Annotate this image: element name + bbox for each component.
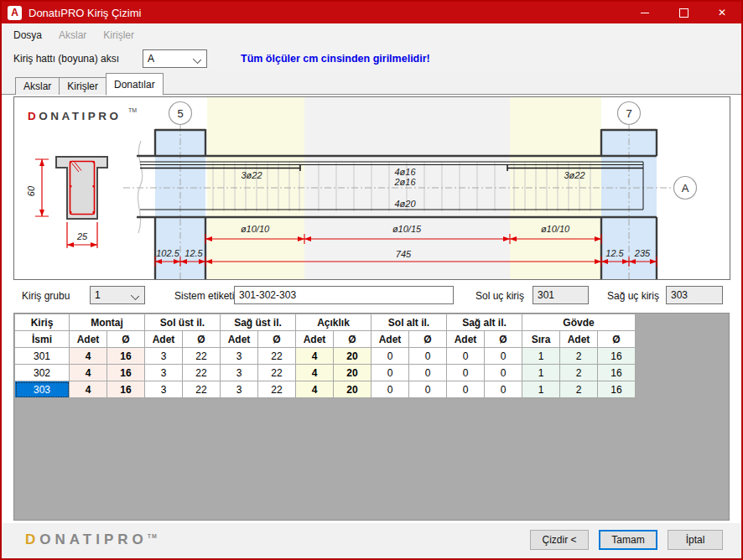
row-302-name-cell[interactable]: 302: [15, 365, 70, 381]
cell[interactable]: 3: [221, 365, 258, 381]
cell[interactable]: 4: [70, 348, 107, 365]
cizdir-button[interactable]: Çizdir <: [530, 530, 589, 550]
cell[interactable]: 0: [485, 381, 522, 398]
cell[interactable]: 0: [372, 348, 409, 365]
cell[interactable]: 0: [485, 365, 522, 381]
col-cap: Ø: [334, 331, 372, 348]
cell[interactable]: 22: [258, 365, 296, 381]
cell[interactable]: 22: [258, 381, 296, 398]
section-width-text: 25: [76, 231, 88, 241]
cell[interactable]: 3: [145, 381, 183, 398]
cell[interactable]: 22: [258, 348, 296, 365]
maximize-button[interactable]: [664, 2, 703, 23]
cell[interactable]: 0: [372, 365, 409, 381]
cell[interactable]: 3: [221, 348, 258, 365]
minimize-button[interactable]: [626, 2, 664, 23]
rebar-data-grid: Kiriş Montaj Sol üst il. Sağ üst il. Açı…: [13, 313, 730, 521]
stirrup-middle-label: ø10/15: [392, 224, 422, 234]
menu-bar: Dosya Akslar Kirişler: [2, 23, 741, 47]
cell[interactable]: 1: [522, 381, 560, 398]
tab-akslar[interactable]: Akslar: [15, 77, 60, 95]
section-height-text: 60: [26, 185, 36, 196]
window-title: DonatıPRO Kiriş Çizimi: [29, 7, 141, 19]
header-group-row: Kiriş Montaj Sol üst il. Sağ üst il. Açı…: [15, 314, 636, 331]
axis-combobox[interactable]: A: [143, 49, 207, 68]
col-adet: Adet: [221, 331, 258, 348]
table-row: 302 4 16 3 22 3 22 4 20 0 0 0 0 1 2 16: [15, 365, 636, 381]
cell[interactable]: 3: [145, 348, 183, 365]
cell[interactable]: 0: [409, 381, 447, 398]
cell[interactable]: 16: [598, 381, 636, 398]
system-label: Sistem etiketi: [174, 290, 234, 302]
col-group-aciklik: Açıklık: [296, 314, 372, 331]
cell[interactable]: 20: [334, 381, 372, 398]
cell[interactable]: 0: [409, 365, 447, 381]
cell[interactable]: 4: [296, 365, 334, 381]
cell[interactable]: 16: [598, 348, 636, 365]
row-301-name-cell[interactable]: 301: [15, 348, 70, 365]
cell[interactable]: 1: [522, 348, 560, 365]
cell[interactable]: 16: [107, 381, 145, 398]
dim-left-a: 102.5: [156, 248, 179, 258]
cell[interactable]: 4: [296, 348, 334, 365]
menu-dosya[interactable]: Dosya: [5, 25, 50, 45]
cell[interactable]: 0: [447, 348, 485, 365]
cell[interactable]: 22: [183, 365, 221, 381]
footer-logo: DONATIPROTM: [25, 531, 158, 548]
close-button[interactable]: ✕: [703, 2, 741, 23]
drawing-logo-tm: TM: [128, 107, 137, 113]
col-group-kiris: Kiriş: [15, 314, 70, 331]
cell[interactable]: 0: [447, 365, 485, 381]
group-combobox[interactable]: 1: [90, 286, 145, 304]
cell[interactable]: 1: [522, 365, 560, 381]
cell[interactable]: 0: [409, 348, 447, 365]
units-notice: Tüm ölçüler cm cinsinden girilmelidir!: [241, 53, 430, 65]
left-end-input[interactable]: 301: [533, 286, 589, 304]
menu-kirisler: Kirişler: [95, 25, 143, 45]
cell[interactable]: 3: [221, 381, 258, 398]
cell[interactable]: 4: [70, 365, 107, 381]
cell[interactable]: 16: [598, 365, 636, 381]
axis-5-bubble: 5: [177, 107, 183, 120]
cell[interactable]: 4: [70, 381, 107, 398]
close-icon: ✕: [718, 7, 726, 18]
cell[interactable]: 20: [334, 348, 372, 365]
cell[interactable]: 16: [107, 365, 145, 381]
cell[interactable]: 22: [183, 381, 221, 398]
tab-kirisler[interactable]: Kirişler: [59, 77, 107, 95]
axis-form-row: Kiriş hattı (boyuna) aksı A Tüm ölçüler …: [2, 47, 741, 71]
row-303-name-cell-selected[interactable]: 303: [15, 381, 70, 398]
tamam-button[interactable]: Tamam: [599, 530, 657, 550]
span-bottom-bars-label: 4ø20: [394, 199, 416, 209]
col-adet: Adet: [70, 331, 107, 348]
stirrup-right-label: ø10/10: [541, 224, 570, 234]
dim-right-a: 12.5: [605, 248, 624, 258]
govde-bars-label: 2ø16: [393, 177, 416, 187]
cell[interactable]: 2: [560, 348, 598, 365]
cell[interactable]: 16: [107, 348, 145, 365]
col-group-sol-alt: Sol alt il.: [372, 314, 447, 331]
dim-left-b: 12.5: [184, 248, 203, 258]
cell[interactable]: 3: [145, 365, 183, 381]
cell[interactable]: 2: [560, 365, 598, 381]
cell[interactable]: 20: [334, 365, 372, 381]
chevron-down-icon: [131, 292, 139, 300]
cell[interactable]: 0: [372, 381, 409, 398]
right-end-label: Sağ uç kiriş: [607, 290, 659, 302]
iptal-button[interactable]: İptal: [668, 530, 723, 550]
cell[interactable]: 22: [183, 348, 221, 365]
window-controls: ✕: [626, 2, 741, 23]
tab-donatilar[interactable]: Donatılar: [106, 73, 164, 96]
app-icon: A: [8, 6, 22, 20]
cell[interactable]: 4: [296, 381, 334, 398]
cell[interactable]: 2: [560, 381, 598, 398]
header-sub-row: İsmi Adet Ø Adet Ø Adet Ø Adet Ø Adet Ø …: [15, 331, 636, 348]
cell[interactable]: 0: [485, 348, 522, 365]
dim-right-b: 235: [634, 248, 651, 258]
right-end-input[interactable]: 303: [666, 286, 723, 304]
col-group-sag-alt: Sağ alt il.: [447, 314, 522, 331]
menu-akslar: Akslar: [50, 25, 95, 45]
break-line: [138, 141, 142, 233]
system-tag-input[interactable]: 301-302-303: [234, 286, 454, 304]
cell[interactable]: 0: [447, 381, 485, 398]
